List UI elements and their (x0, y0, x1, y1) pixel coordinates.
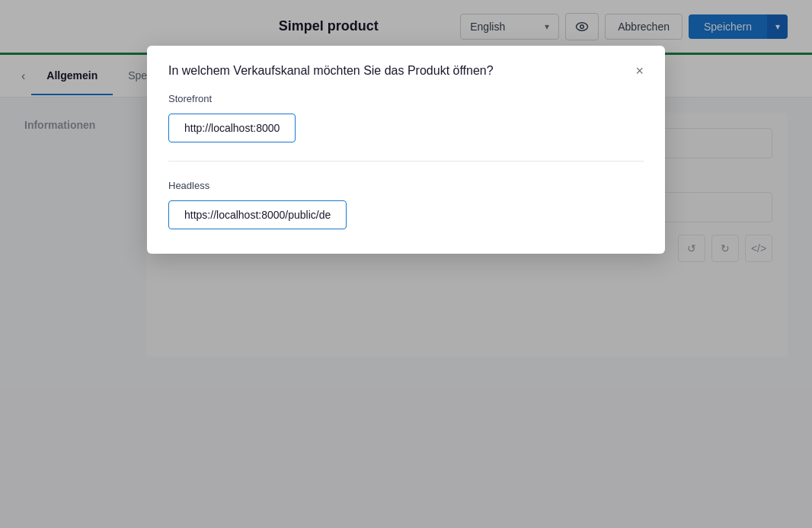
modal-header: In welchem Verkaufskanal möchten Sie das… (147, 46, 665, 93)
modal-dialog: In welchem Verkaufskanal möchten Sie das… (147, 46, 665, 254)
modal-divider (168, 161, 644, 162)
modal-title: In welchem Verkaufskanal möchten Sie das… (168, 64, 494, 78)
storefront-url-button[interactable]: http://localhost:8000 (168, 114, 296, 142)
headless-label: Headless (168, 180, 644, 191)
modal-close-button[interactable]: × (635, 64, 644, 78)
headless-url-button[interactable]: https://localhost:8000/public/de (168, 200, 347, 229)
modal-overlay: In welchem Verkaufskanal möchten Sie das… (0, 0, 812, 528)
storefront-label: Storefront (168, 93, 644, 104)
modal-body: Storefront http://localhost:8000 Headles… (147, 93, 665, 254)
